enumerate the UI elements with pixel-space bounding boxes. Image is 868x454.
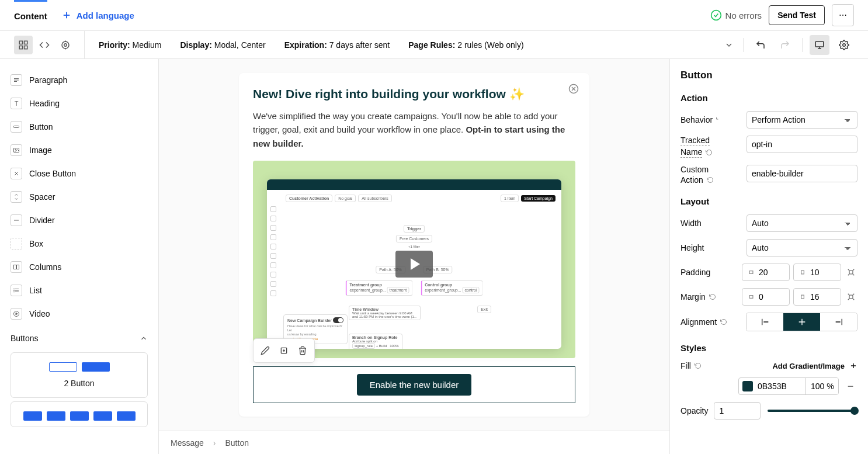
margin-label: Margin [680,292,716,301]
svg-line-50 [853,275,855,276]
reset-icon[interactable] [716,116,723,123]
block-image[interactable]: Image [7,138,151,162]
paragraph-icon [11,74,22,86]
align-right-button[interactable] [820,313,857,331]
block-video[interactable]: Video [7,302,151,325]
block-label: Columns [29,262,61,272]
reset-icon[interactable] [706,149,713,156]
margin-expand-button[interactable] [845,290,857,303]
align-center-icon [797,317,807,327]
height-label: Height [680,243,704,252]
custom-action-input[interactable] [747,165,857,182]
view-blocks-button[interactable] [14,36,33,54]
height-select[interactable]: Auto [747,239,857,257]
block-label: Box [29,239,43,248]
layout-section-title: Layout [680,196,857,206]
edit-block-button[interactable] [257,342,273,359]
buttons-section-toggle[interactable]: Buttons [7,325,151,349]
properties-panel: Button Action Behavior Perform Action Tr… [669,59,868,454]
config-page-rules[interactable]: Page Rules: 2 rules (Web only) [408,40,523,50]
settings-button[interactable] [834,35,854,55]
margin-v-input[interactable] [793,288,841,306]
add-gradient-button[interactable]: Add Gradient/Image [772,362,857,370]
block-heading[interactable]: THeading [7,92,151,115]
block-paragraph[interactable]: Paragraph [7,68,151,92]
fill-color-input[interactable] [738,377,839,395]
block-columns[interactable]: Columns [7,255,151,279]
reset-icon[interactable] [720,318,727,325]
remove-fill-button[interactable]: − [843,379,857,393]
block-close-button[interactable]: Close Button [7,162,151,185]
view-code-button[interactable] [35,36,54,54]
device-desktop-button[interactable] [810,35,829,55]
padding-expand-button[interactable] [845,266,857,279]
modal-title[interactable]: New! Dive right into building your workf… [253,87,575,101]
redo-button[interactable] [775,35,795,55]
config-display[interactable]: Display: Modal, Center [180,40,265,50]
config-expiration[interactable]: Expiration: 7 days after sent [284,40,390,50]
more-menu-button[interactable]: ⋯ [832,4,854,26]
svg-line-59 [853,294,855,295]
grid-icon [18,40,29,50]
svg-marker-33 [16,313,18,315]
svg-rect-4 [25,41,27,44]
color-swatch[interactable] [742,381,753,391]
svg-line-49 [848,275,849,276]
width-label: Width [680,219,702,228]
padding-v-input[interactable] [793,264,841,281]
gear-icon [839,40,849,50]
block-box[interactable]: Box [7,232,151,255]
svg-line-61 [853,299,855,300]
block-list[interactable]: List [7,279,151,302]
block-button[interactable]: Button [7,115,151,138]
svg-line-60 [848,299,849,300]
margin-h-input[interactable] [742,288,790,306]
video-block[interactable]: Customer Activation No goal All subscrib… [253,161,575,358]
modal-body-text[interactable]: We've simplified the way you create camp… [253,109,575,150]
config-priority[interactable]: Priority: Medium [99,40,161,50]
svg-rect-24 [14,265,16,269]
svg-rect-46 [849,271,853,274]
selected-button-block[interactable]: Enable the new builder [253,366,575,403]
opacity-input[interactable] [714,402,761,420]
add-language-button[interactable]: Add language [61,10,134,20]
block-spacer[interactable]: Spacer [7,185,151,209]
svg-point-14 [843,43,846,46]
view-target-button[interactable] [56,36,75,54]
send-test-button[interactable]: Send Test [769,5,825,25]
align-center-button[interactable] [783,313,820,331]
reset-icon[interactable] [709,293,716,300]
reset-icon[interactable] [707,176,714,183]
chevron-down-icon [724,40,734,50]
undo-button[interactable] [751,35,770,55]
margin-h-icon [747,293,755,301]
block-divider[interactable]: Divider [7,209,151,232]
opacity-slider[interactable] [768,410,857,412]
padding-h-icon [747,268,755,276]
breadcrumb-button[interactable]: Button [225,438,248,448]
behavior-select[interactable]: Perform Action [747,111,857,129]
play-button[interactable] [395,251,433,278]
tracked-name-input[interactable] [747,136,857,153]
modal-close-button[interactable] [568,84,579,94]
delete-block-button[interactable] [294,342,311,359]
svg-line-47 [848,269,849,271]
enable-builder-button[interactable]: Enable the new builder [357,374,472,396]
width-select[interactable]: Auto [747,214,857,232]
config-expand-button[interactable] [722,36,736,54]
blocks-panel: Paragraph THeading Button Image Close Bu… [0,59,159,454]
no-errors-label: No errors [725,11,762,20]
duplicate-block-button[interactable] [276,342,292,359]
align-left-button[interactable] [747,313,783,331]
color-opacity-input[interactable] [805,378,838,394]
block-label: Spacer [29,192,55,202]
button-row-preset[interactable] [11,401,148,427]
svg-point-30 [14,290,15,291]
padding-h-input[interactable] [742,264,790,281]
breadcrumb-message[interactable]: Message [171,438,204,448]
two-button-preset[interactable]: 2 Button [11,352,148,398]
tab-content[interactable]: Content [14,0,47,30]
reset-icon[interactable] [695,362,702,369]
color-hex-input[interactable] [753,378,805,394]
desktop-icon [814,40,825,50]
